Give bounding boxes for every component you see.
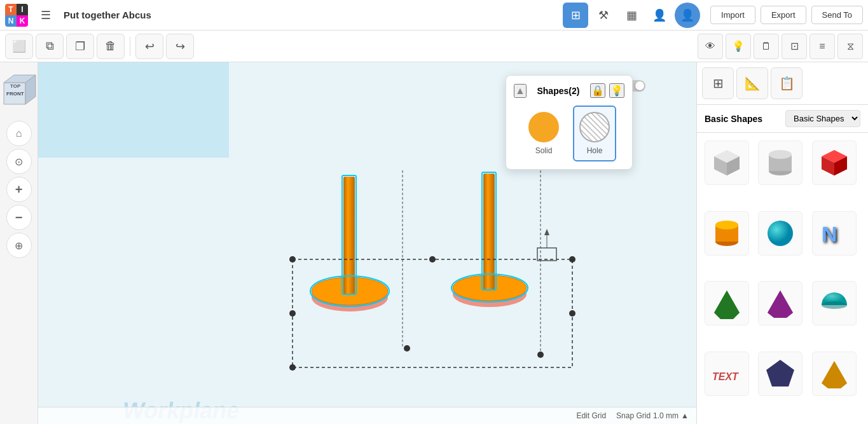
right-tools: 👁 💡 🗒 ⊡ ≡ ⧖: [698, 34, 863, 59]
project-title: Put together Abcus: [64, 10, 558, 20]
zoom-in-btn[interactable]: +: [6, 177, 32, 202]
hole-circle: [579, 112, 610, 142]
hole-option[interactable]: Hole: [573, 106, 616, 161]
delete-btn[interactable]: 🗑: [97, 34, 125, 59]
top-actions: Import Export Send To: [710, 6, 863, 24]
svg-point-50: [289, 310, 296, 317]
shape-pentagon[interactable]: [758, 352, 803, 396]
send-to-btn[interactable]: Send To: [811, 6, 863, 24]
shape-cylinder-orange[interactable]: [705, 211, 749, 256]
right-panel-header: Basic Shapes Basic Shapes: [697, 105, 868, 133]
svg-text:N: N: [822, 222, 837, 246]
fit-view-btn[interactable]: ⊙: [6, 149, 32, 174]
svg-point-51: [569, 310, 575, 317]
top-nav-icons: ⊞ ⚒ ▦ 👤 👤: [563, 3, 700, 28]
shapes-options: Solid Hole: [514, 106, 624, 161]
edit-grid-btn[interactable]: Edit Grid: [576, 411, 606, 420]
svg-point-74: [715, 221, 738, 229]
svg-marker-83: [766, 360, 794, 386]
snap-value: 1.0 mm: [653, 411, 679, 420]
shape-cylinder-gray[interactable]: [758, 140, 803, 185]
shape-pyramid-yellow[interactable]: [812, 352, 857, 396]
app-logo[interactable]: T I N K: [5, 4, 28, 27]
hamburger-menu[interactable]: ☰: [33, 3, 59, 28]
light-shape-btn[interactable]: 💡: [609, 83, 624, 98]
snap-arrow[interactable]: ▲: [681, 411, 689, 420]
copy-btn[interactable]: ⧉: [36, 34, 64, 59]
export-btn[interactable]: Export: [761, 6, 806, 24]
logo-i: I: [17, 4, 28, 15]
shape-sphere[interactable]: [758, 211, 803, 256]
add-user-btn[interactable]: 👤: [647, 3, 672, 28]
svg-point-67: [769, 150, 792, 159]
solid-circle: [528, 112, 559, 142]
bottom-bar: Edit Grid Snap Grid 1.0 mm ▲: [38, 407, 696, 424]
svg-rect-57: [537, 248, 556, 261]
left-panel: TOP FRONT ⌂ ⊙ + − ⊕: [0, 62, 38, 424]
blocks-view-btn[interactable]: ▦: [619, 3, 644, 28]
svg-point-81: [822, 301, 847, 309]
snap-grid-control: Snap Grid 1.0 mm ▲: [616, 411, 689, 420]
grid-view-btn[interactable]: ⊞: [563, 3, 588, 28]
logo-n: N: [5, 15, 17, 27]
light-btn[interactable]: 💡: [726, 34, 751, 59]
measure-btn[interactable]: 📐: [736, 67, 768, 99]
shapes-popup: ▲ Shapes(2) 🔒 💡 Solid Hole: [506, 75, 633, 170]
shapes-dropdown[interactable]: Basic Shapes: [785, 110, 860, 127]
edit-grid-label: Edit Grid: [576, 411, 606, 420]
redo-btn[interactable]: ↪: [166, 34, 194, 59]
shape-text-3d[interactable]: N: [812, 211, 857, 256]
lock-shape-btn[interactable]: 🔒: [590, 83, 605, 98]
shape-box-red[interactable]: [812, 140, 857, 185]
svg-text:TOP: TOP: [10, 83, 21, 89]
svg-rect-43: [483, 174, 495, 290]
svg-point-47: [289, 256, 296, 263]
viewport[interactable]: Workplane ▲ Shapes(2) 🔒 💡 Solid: [38, 62, 696, 424]
svg-point-49: [569, 256, 575, 263]
main-content: TOP FRONT ⌂ ⊙ + − ⊕: [0, 62, 868, 424]
shapes-category-label: Basic Shapes: [705, 114, 762, 124]
svg-point-53: [404, 345, 410, 352]
home-view-btn[interactable]: ⌂: [6, 121, 32, 146]
duplicate-btn[interactable]: ❐: [66, 34, 94, 59]
notes-btn[interactable]: 🗒: [754, 34, 779, 59]
profile-btn[interactable]: 👤: [675, 3, 700, 28]
view-cube[interactable]: TOP FRONT: [0, 67, 42, 113]
svg-text:TEXT: TEXT: [712, 371, 739, 382]
mirror-btn[interactable]: ⧖: [837, 34, 863, 59]
reset-btn[interactable]: ⊕: [6, 233, 32, 258]
toggle-knob: [635, 81, 644, 90]
svg-marker-78: [714, 291, 740, 319]
svg-marker-85: [822, 361, 847, 388]
shape-pyramid-purple[interactable]: [758, 281, 803, 325]
top-bar: T I N K ☰ Put together Abcus ⊞ ⚒ ▦ 👤 👤 I…: [0, 0, 868, 31]
svg-rect-46: [293, 259, 572, 367]
import-btn[interactable]: Import: [710, 6, 755, 24]
collapse-popup-btn[interactable]: ▲: [514, 84, 527, 98]
logo-t: T: [5, 4, 17, 15]
svg-text:FRONT: FRONT: [6, 91, 24, 97]
shape-text-label[interactable]: TEXT: [705, 352, 749, 396]
snap-btn[interactable]: ⊡: [782, 34, 807, 59]
shape-pyramid-green[interactable]: [705, 281, 749, 325]
solid-label: Solid: [535, 146, 553, 155]
align-btn[interactable]: ≡: [809, 34, 835, 59]
solid-option[interactable]: Solid: [522, 106, 565, 161]
svg-point-54: [537, 352, 544, 358]
build-view-btn[interactable]: ⚒: [591, 3, 616, 28]
snap-grid-label: Snap Grid: [616, 411, 651, 420]
svg-point-75: [768, 221, 793, 246]
shape-box-gray[interactable]: [705, 140, 749, 185]
toolbar-separator: [130, 37, 130, 56]
select-all-btn[interactable]: ⬜: [5, 34, 33, 59]
camera-view-btn[interactable]: 👁: [698, 34, 723, 59]
grid-panel-btn[interactable]: ⊞: [702, 67, 734, 99]
zoom-out-btn[interactable]: −: [6, 205, 32, 230]
svg-point-52: [289, 364, 296, 371]
logo-k: K: [17, 15, 28, 27]
svg-marker-59: [544, 229, 549, 235]
notes-panel-btn[interactable]: 📋: [771, 67, 803, 99]
undo-btn[interactable]: ↩: [135, 34, 163, 59]
shapes-grid: N TEXT: [697, 133, 868, 424]
shape-half-sphere[interactable]: [812, 281, 857, 325]
